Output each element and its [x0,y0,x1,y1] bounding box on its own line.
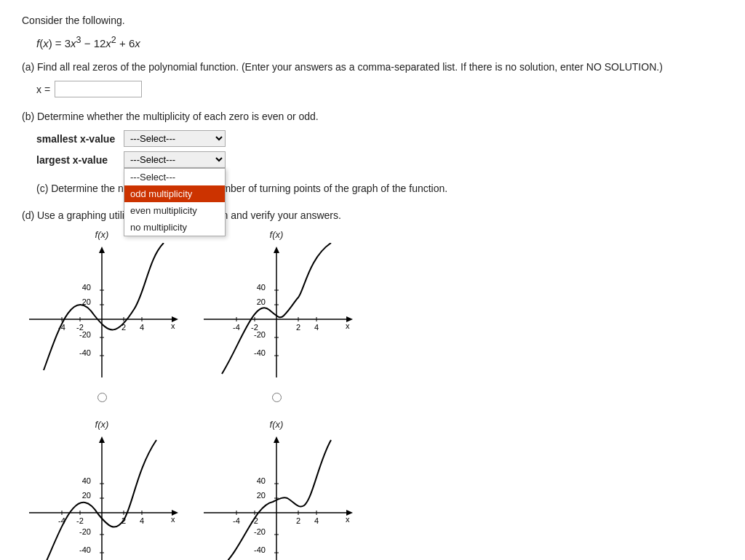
graphs-top-row: f(x) -4 -2 2 4 x 40 20 [22,229,723,404]
svg-text:-40: -40 [79,545,91,554]
graph1-svg: -4 -2 2 4 x 40 20 -20 -40 [22,243,182,388]
drop-item-none[interactable]: no multiplicity [124,219,225,236]
svg-text:40: 40 [82,476,91,485]
svg-text:-40: -40 [254,348,266,357]
smallest-x-row: smallest x-value ---Select--- odd multip… [36,130,723,147]
svg-text:-40: -40 [79,348,91,357]
svg-text:x: x [171,321,175,330]
graph1-radio-row [97,393,107,404]
drop-item-select[interactable]: ---Select--- [124,169,225,185]
graph2-svg: -4 -2 2 4 x 40 20 -20 -40 [196,243,356,388]
svg-text:2: 2 [296,516,300,525]
svg-text:4: 4 [314,516,319,525]
svg-text:40: 40 [82,283,91,292]
svg-text:4: 4 [140,516,144,525]
svg-marker-23 [274,247,279,253]
svg-text:4: 4 [314,323,319,332]
svg-text:x: x [171,515,175,524]
x-label: x = [36,84,50,95]
svg-text:20: 20 [82,491,91,500]
svg-text:40: 40 [257,283,266,292]
svg-text:20: 20 [257,297,266,306]
svg-text:40: 40 [257,476,266,485]
graph1-wrapper: f(x) -4 -2 2 4 x 40 20 [22,229,182,404]
largest-x-label: largest x-value [36,154,116,166]
graph2-radio-row [272,393,282,404]
part-c-label-suffix: n number of turning points of the graph … [202,183,447,194]
svg-marker-2 [99,247,105,253]
svg-marker-65 [274,436,279,443]
svg-marker-44 [99,436,105,443]
part-d-section: (d) Use a graphing utility to graph the … [22,208,723,560]
graph2-wrapper: f(x) -4 -2 2 4 x 40 20 -20 -40 [196,229,356,404]
graph4-label: f(x) [270,419,284,430]
svg-text:-20: -20 [79,330,91,339]
graph1: f(x) -4 -2 2 4 x 40 20 [22,229,182,388]
x-input-row: x = [36,81,723,97]
svg-text:20: 20 [257,491,266,500]
drop-item-even[interactable]: even multiplicity [124,202,225,219]
svg-text:-40: -40 [254,545,266,554]
function-display: f(x) = 3x3 − 12x2 + 6x [36,35,723,49]
svg-text:2: 2 [296,323,300,332]
svg-text:-20: -20 [254,330,266,339]
svg-text:4: 4 [140,323,144,332]
x-input[interactable] [55,81,142,97]
graph3-svg: -4 -2 2 4 x 40 20 -20 -40 [22,433,182,560]
part-b-label: (b) Determine whether the multiplicity o… [22,109,723,124]
svg-text:-4: -4 [233,323,240,332]
part-a-section: (a) Find all real zeros of the polynomia… [22,60,723,97]
dropdown-menu: ---Select--- odd multiplicity even multi… [124,168,226,236]
consider-label: Consider the following. [22,15,723,26]
graph4-wrapper: f(x) -4 -2 2 4 x 40 20 -20 -40 [196,419,356,560]
part-b-section: (b) Determine whether the multiplicity o… [22,109,723,168]
graph2-label: f(x) [270,229,284,240]
smallest-x-label: smallest x-value [36,133,116,145]
part-c-label-prefix: (c) Determine the n [36,183,124,194]
svg-text:-2: -2 [76,516,84,525]
graph3-label: f(x) [95,419,109,430]
graph2-radio[interactable] [272,393,282,402]
graph2: f(x) -4 -2 2 4 x 40 20 -20 -40 [196,229,356,388]
smallest-x-select[interactable]: ---Select--- odd multiplicity even multi… [124,130,226,147]
largest-x-row: largest x-value ---Select--- odd multipl… [36,151,723,168]
part-a-label: (a) Find all real zeros of the polynomia… [22,60,723,75]
drop-item-odd[interactable]: odd multiplicity [124,185,225,202]
graph1-radio[interactable] [97,393,107,402]
graphs-bottom-row: f(x) -4 -2 2 4 x 40 20 -20 -40 [22,419,723,560]
graph3-wrapper: f(x) -4 -2 2 4 x 40 20 -20 -40 [22,419,182,560]
svg-text:-20: -20 [254,527,266,536]
graph1-label: f(x) [95,229,109,240]
graph4-svg: -4 -2 2 4 x 40 20 -20 -40 [196,433,356,560]
svg-text:x: x [346,321,350,330]
graph4: f(x) -4 -2 2 4 x 40 20 -20 -40 [196,419,356,560]
svg-text:-20: -20 [79,527,91,536]
largest-x-dropdown-wrapper: ---Select--- odd multiplicity even multi… [124,151,226,168]
svg-text:-4: -4 [233,516,240,525]
graph3: f(x) -4 -2 2 4 x 40 20 -20 -40 [22,419,182,560]
largest-x-select[interactable]: ---Select--- odd multiplicity even multi… [124,151,226,168]
svg-text:x: x [346,515,350,524]
